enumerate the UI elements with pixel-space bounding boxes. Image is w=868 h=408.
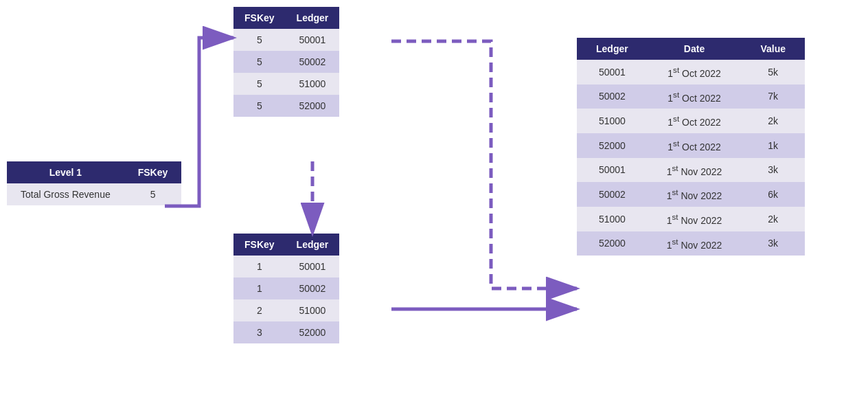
date-cell-right: 1st Nov 2022 bbox=[648, 158, 742, 183]
level1-cell: Total Gross Revenue bbox=[7, 183, 124, 205]
value-cell-right: 2k bbox=[741, 207, 805, 231]
date-cell-right: 1st Nov 2022 bbox=[648, 182, 742, 207]
fskey-cell-top-mid: 5 bbox=[233, 73, 286, 95]
value-cell-right: 2k bbox=[741, 109, 805, 133]
ledger-header-bot-mid: Ledger bbox=[286, 234, 340, 256]
fskey-cell-top-mid: 5 bbox=[233, 95, 286, 117]
ledger-cell-right: 50002 bbox=[577, 84, 648, 109]
fskey-header-left: FSKey bbox=[124, 161, 182, 183]
date-cell-right: 1st Oct 2022 bbox=[648, 133, 742, 158]
date-cell-right: 1st Nov 2022 bbox=[648, 207, 742, 231]
date-header-right: Date bbox=[648, 38, 742, 60]
value-cell-right: 5k bbox=[741, 60, 805, 84]
ledger-cell-top-mid: 50002 bbox=[286, 51, 340, 73]
ledger-cell-bot-mid: 51000 bbox=[286, 299, 340, 321]
ledger-cell-bot-mid: 52000 bbox=[286, 321, 340, 343]
ledger-cell-top-mid: 52000 bbox=[286, 95, 340, 117]
date-cell-right: 1st Oct 2022 bbox=[648, 84, 742, 109]
value-cell-right: 1k bbox=[741, 133, 805, 158]
date-cell-right: 1st Oct 2022 bbox=[648, 109, 742, 133]
fskey-cell-bot-mid: 3 bbox=[233, 321, 286, 343]
fskey-cell-bot-mid: 1 bbox=[233, 256, 286, 277]
ledger-cell-right: 52000 bbox=[577, 133, 648, 158]
ledger-cell-right: 50002 bbox=[577, 182, 648, 207]
fskey-cell-left: 5 bbox=[124, 183, 182, 205]
value-cell-right: 6k bbox=[741, 182, 805, 207]
ledger-header-right: Ledger bbox=[577, 38, 648, 60]
ledger-cell-right: 50001 bbox=[577, 158, 648, 183]
date-cell-right: 1st Oct 2022 bbox=[648, 60, 742, 84]
fskey-cell-top-mid: 5 bbox=[233, 51, 286, 73]
fskey-header-top-mid: FSKey bbox=[233, 7, 286, 29]
arrow-top-mid-to-right-dashed bbox=[391, 41, 577, 288]
ledger-cell-bot-mid: 50001 bbox=[286, 256, 340, 277]
fskey-header-bot-mid: FSKey bbox=[233, 234, 286, 256]
right-table: Ledger Date Value 500011st Oct 20225k500… bbox=[577, 38, 805, 256]
value-cell-right: 3k bbox=[741, 158, 805, 183]
ledger-cell-right: 52000 bbox=[577, 231, 648, 256]
fskey-cell-bot-mid: 1 bbox=[233, 277, 286, 299]
bot-mid-table: FSKey Ledger 150001150002251000352000 bbox=[233, 234, 339, 343]
value-cell-right: 7k bbox=[741, 84, 805, 109]
date-cell-right: 1st Nov 2022 bbox=[648, 231, 742, 256]
ledger-cell-right: 50001 bbox=[577, 60, 648, 84]
ledger-cell-top-mid: 51000 bbox=[286, 73, 340, 95]
level1-header: Level 1 bbox=[7, 161, 124, 183]
ledger-header-top-mid: Ledger bbox=[286, 7, 340, 29]
ledger-cell-right: 51000 bbox=[577, 207, 648, 231]
level1-fskey-table: Level 1 FSKey Total Gross Revenue5 bbox=[7, 161, 181, 205]
fskey-cell-bot-mid: 2 bbox=[233, 299, 286, 321]
top-mid-table: FSKey Ledger 550001550002551000552000 bbox=[233, 7, 339, 117]
ledger-cell-top-mid: 50001 bbox=[286, 29, 340, 51]
ledger-cell-right: 51000 bbox=[577, 109, 648, 133]
fskey-cell-top-mid: 5 bbox=[233, 29, 286, 51]
value-header-right: Value bbox=[741, 38, 805, 60]
value-cell-right: 3k bbox=[741, 231, 805, 256]
ledger-cell-bot-mid: 50002 bbox=[286, 277, 340, 299]
